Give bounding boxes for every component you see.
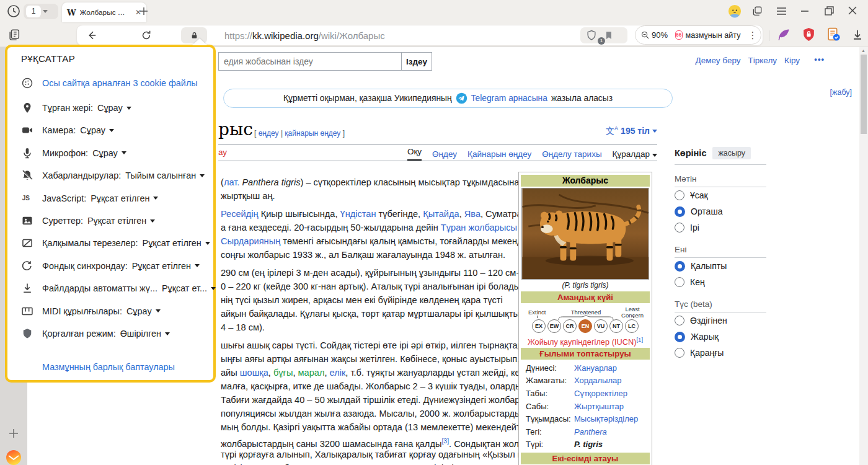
- wiki-link[interactable]: Тұран жолбарысы: [441, 223, 517, 232]
- pill-more-icon[interactable]: ⋮: [748, 30, 757, 41]
- edit-link[interactable]: өңдеу: [259, 129, 279, 138]
- wiki-link[interactable]: Ресейдің: [221, 209, 259, 219]
- permission-row-auto-download[interactable]: Файлдарды автоматты жү...Рұқсат ет...: [21, 281, 216, 296]
- top-link[interactable]: Кіру: [784, 56, 800, 65]
- tab-panels-icon[interactable]: [751, 6, 763, 17]
- dropdown-caret-icon[interactable]: [165, 332, 170, 335]
- bookmark-icon[interactable]: [604, 30, 614, 40]
- dropdown-caret-icon[interactable]: [109, 129, 114, 132]
- menu-icon[interactable]: [776, 7, 787, 16]
- minimize-button[interactable]: [801, 11, 808, 12]
- permission-row-camera[interactable]: Камера:Сұрау: [21, 123, 114, 138]
- wiki-search-input[interactable]: [218, 52, 402, 71]
- permission-value[interactable]: Рұқсат етілген: [91, 193, 149, 203]
- wiki-link[interactable]: Сырдарияның: [221, 236, 280, 246]
- tracker-shield-icon[interactable]: 1: [585, 29, 598, 42]
- radio-unchecked-icon[interactable]: [675, 348, 684, 358]
- view-tab-2[interactable]: Өңдеу: [432, 149, 457, 159]
- add-panel-button[interactable]: [8, 428, 19, 439]
- permission-row-javascript[interactable]: JSJavaScript:Рұқсат етілген: [21, 191, 158, 206]
- edit-source-link[interactable]: қайнарын өңдеу: [285, 129, 340, 138]
- wiki-link[interactable]: лат.: [224, 177, 239, 187]
- permission-row-microphone[interactable]: Микрофон:Сұрау: [21, 146, 126, 161]
- permission-value[interactable]: Өшірілген: [120, 329, 161, 339]
- radio-checked-icon[interactable]: [675, 206, 685, 217]
- taxonomy-value[interactable]: Жыртқыштар: [574, 402, 624, 411]
- permission-row-protected-mode[interactable]: Қорғалған режим:Өшірілген: [21, 326, 170, 341]
- tiger-image[interactable]: [521, 188, 649, 280]
- radio-checked-icon[interactable]: [675, 261, 685, 272]
- status-org[interactable]: (IUCN): [612, 337, 637, 347]
- permission-value[interactable]: Сұрау: [92, 148, 118, 158]
- taxonomy-value[interactable]: Хордалылар: [574, 376, 621, 385]
- tab-talk-partial[interactable]: ау: [218, 148, 227, 157]
- cookies-row[interactable]: Осы сайтқа арналған 3 cookie файлы: [21, 76, 198, 91]
- wiki-link[interactable]: Ява: [464, 209, 480, 219]
- taxonomy-value[interactable]: Сүтқоректілер: [574, 389, 627, 398]
- dropdown-caret-icon[interactable]: [150, 219, 155, 223]
- permission-value[interactable]: Рұқсат етілген: [132, 261, 191, 271]
- editor-quill-icon[interactable]: [776, 27, 791, 42]
- dropdown-caret-icon[interactable]: [205, 242, 210, 245]
- tab-group-button[interactable]: 1: [24, 4, 58, 19]
- active-tab[interactable]: W Жолбарыс — Уикипед ✕: [62, 2, 146, 22]
- appearance-hide-button[interactable]: жасыру: [712, 147, 751, 159]
- mail-icon[interactable]: [6, 450, 22, 465]
- permission-value[interactable]: Рұқсат етілген: [143, 238, 202, 248]
- downloads-icon[interactable]: [851, 28, 864, 42]
- permission-row-sync[interactable]: Фондық синхрондау:Рұқсат етілген: [21, 259, 200, 273]
- wiki-link[interactable]: Үндістан: [340, 209, 376, 219]
- permission-value[interactable]: Рұқсат етілген: [87, 216, 146, 226]
- reference-link[interactable]: [3]: [441, 437, 449, 445]
- status-link[interactable]: Жойылу қаупіндегілер: [528, 337, 609, 347]
- permission-value[interactable]: Рұқсат ет...: [162, 283, 207, 293]
- dropdown-caret-icon[interactable]: [195, 264, 200, 267]
- tools-menu[interactable]: Құралдар: [613, 149, 657, 159]
- permission-row-location[interactable]: Тұрған жері:Сұрау: [21, 100, 131, 115]
- history-icon[interactable]: [6, 4, 21, 19]
- wiki-link[interactable]: шошқа: [240, 368, 268, 378]
- radio-option-Орташа[interactable]: Орташа: [675, 203, 766, 219]
- back-button[interactable]: [86, 29, 98, 42]
- taxonomy-value[interactable]: Panthera: [574, 427, 607, 436]
- dropdown-caret-icon[interactable]: [122, 151, 126, 154]
- wiki-green-link[interactable]: бұғы: [273, 368, 293, 378]
- more-links-button[interactable]: •••: [814, 55, 825, 64]
- zoom-out-icon[interactable]: [640, 30, 650, 40]
- permission-row-popup[interactable]: Қалқымалы терезелер:Рұқсат етілген: [21, 236, 210, 250]
- radio-unchecked-icon[interactable]: [675, 277, 684, 287]
- radio-option-Жарық[interactable]: Жарық: [675, 329, 766, 345]
- site-info-doc-icon[interactable]: [826, 27, 841, 42]
- all-content-settings-row[interactable]: Мазмұнның барлық баптаулары: [42, 360, 175, 374]
- view-tab-4[interactable]: Өңделу тарихы: [542, 149, 601, 159]
- dropdown-caret-icon[interactable]: [200, 174, 205, 177]
- page-scrollbar[interactable]: ▲: [859, 47, 868, 465]
- scrollbar-thumb[interactable]: [861, 55, 867, 134]
- radio-option-Қараңғы[interactable]: Қараңғы: [675, 345, 766, 361]
- all-content-settings-link[interactable]: Мазмұнның барлық баптаулары: [42, 362, 175, 372]
- radio-checked-icon[interactable]: [675, 332, 685, 342]
- radio-unchecked-icon[interactable]: [675, 190, 684, 200]
- radio-option-Кең[interactable]: Кең: [675, 274, 766, 290]
- dropdown-caret-icon[interactable]: [211, 287, 216, 290]
- taxonomy-value[interactable]: Мысықтәрізділер: [574, 414, 638, 423]
- permission-value[interactable]: Сұрау: [97, 103, 123, 113]
- view-tab-3[interactable]: Қайнарын өңдеу: [467, 149, 531, 159]
- cookies-link[interactable]: Осы сайтқа арналған 3 cookie файлы: [42, 78, 198, 88]
- radio-option-Өздігінен[interactable]: Өздігінен: [675, 312, 766, 329]
- profile-avatar[interactable]: [728, 4, 742, 18]
- read-aloud-button[interactable]: мазмұнын айту: [686, 31, 741, 40]
- language-selector[interactable]: 文A 195 тіл: [606, 125, 657, 137]
- taxonomy-value[interactable]: Жануарлар: [574, 363, 617, 373]
- restore-window-button[interactable]: [825, 6, 834, 16]
- radio-unchecked-icon[interactable]: [675, 223, 684, 232]
- close-window-button[interactable]: [848, 6, 857, 15]
- dropdown-caret-icon[interactable]: [126, 107, 131, 110]
- radio-option-Ірі[interactable]: Ірі: [675, 219, 766, 236]
- protect-shield-icon[interactable]: [801, 27, 817, 42]
- wiki-green-link[interactable]: марал: [298, 368, 325, 378]
- wiki-search-button[interactable]: Іздеу: [401, 52, 432, 71]
- sidebar-toggle-icon[interactable]: [7, 28, 21, 42]
- top-link[interactable]: Демеу беру: [696, 56, 741, 65]
- radio-unchecked-icon[interactable]: [675, 316, 684, 326]
